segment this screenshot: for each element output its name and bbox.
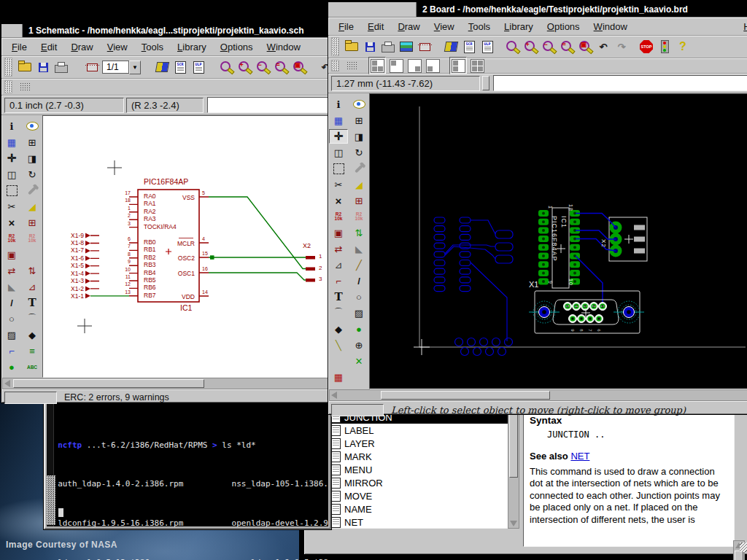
polygon-tool[interactable]: ◆ (23, 327, 42, 342)
toolbar-grip[interactable] (331, 60, 339, 71)
replace-tool[interactable]: ⇅ (349, 225, 368, 240)
sheet-selector[interactable]: 1/1 ▼ (102, 61, 141, 74)
wire-tool[interactable]: / (2, 295, 21, 310)
ulp-button[interactable]: ULP (479, 39, 495, 55)
add-tool[interactable]: ⊞ (23, 215, 42, 230)
smash-tool[interactable]: ▣ (329, 225, 348, 240)
terminal-text[interactable]: ncftp ...t-6.2/i386/RedHat/RPMS > ls *ld… (54, 399, 328, 526)
zoom-out-button[interactable]: − (255, 59, 271, 75)
help-button[interactable]: ? (675, 39, 691, 55)
attribute-tool[interactable]: ABC (23, 359, 42, 374)
board-button[interactable] (84, 59, 100, 75)
zoom-in-button[interactable]: + (522, 39, 538, 55)
mirror-tool[interactable]: ◫ (2, 167, 21, 182)
help-content-pane[interactable]: Syntax JUNCTION .. See also NET This com… (523, 408, 735, 547)
tree-item[interactable]: LABEL (312, 424, 508, 437)
layer-preset-1[interactable] (368, 57, 386, 74)
value-tool[interactable]: R210k (349, 209, 368, 224)
info-tool[interactable]: i (329, 97, 348, 112)
pinswap-tool[interactable]: ⇄ (2, 263, 21, 278)
scrollbar-thumb[interactable] (47, 475, 55, 525)
delete-tool[interactable]: × (2, 215, 21, 230)
tree-item[interactable]: NET (312, 516, 508, 529)
toolbar-grip[interactable] (331, 37, 339, 56)
show-tool[interactable] (349, 97, 368, 112)
open-button[interactable] (17, 59, 33, 75)
zoom-out-button[interactable]: − (541, 39, 557, 55)
tree-item[interactable]: LAYER (312, 437, 508, 450)
zoom-in-button[interactable]: + (236, 59, 252, 75)
open-button[interactable] (344, 39, 360, 55)
mark-tool[interactable]: ⊞ (349, 113, 368, 128)
stop-button[interactable]: STOP (638, 39, 654, 55)
print-button[interactable] (53, 59, 69, 75)
scroll-left-arrow[interactable] (4, 380, 10, 387)
toolbar-grip[interactable] (4, 58, 12, 77)
menu-item[interactable]: Options (220, 42, 253, 52)
scrollbar-thumb[interactable] (381, 391, 550, 400)
menu-item[interactable]: File (338, 21, 354, 32)
show-tool[interactable] (23, 119, 42, 133)
move-tool[interactable]: ✛ (329, 129, 348, 144)
grid-button[interactable] (17, 79, 33, 95)
save-button[interactable] (362, 39, 378, 55)
cam-button[interactable] (398, 39, 414, 55)
rect-tool[interactable]: ▨ (349, 306, 368, 320)
zoom-fit-button[interactable] (504, 39, 520, 55)
group-tool[interactable] (2, 183, 21, 198)
paste-tool[interactable]: ◢ (23, 199, 42, 214)
ulp-button[interactable]: ULP (190, 59, 206, 75)
hole-tool[interactable]: ⊕ (349, 338, 368, 352)
arc-tool[interactable]: ⌒ (329, 306, 348, 320)
tree-item[interactable]: MARK (312, 450, 508, 463)
copy-tool[interactable]: ◨ (23, 151, 42, 166)
mirror-tool[interactable]: ◫ (329, 145, 348, 160)
terminal-scrollbar[interactable] (47, 399, 54, 526)
route-tool[interactable]: ╱ (349, 257, 368, 272)
cut-tool[interactable]: ✂ (2, 199, 21, 214)
move-tool[interactable]: ✛ (2, 151, 21, 166)
print-button[interactable] (380, 39, 396, 55)
menu-item[interactable]: Tools (468, 21, 490, 32)
copy-tool[interactable]: ◨ (349, 129, 368, 144)
text-tool[interactable]: T (23, 295, 42, 310)
menu-item[interactable]: Library (504, 21, 533, 32)
tree-item[interactable]: NAME (312, 502, 508, 516)
signal-tool[interactable]: ╲ (329, 338, 348, 352)
script-button[interactable]: SCR (461, 39, 477, 55)
junction-tool[interactable]: ● (2, 359, 21, 374)
menu-item-help[interactable]: Help (743, 21, 747, 32)
miter-tool[interactable]: ◣ (349, 241, 368, 256)
text-tool[interactable]: T (329, 289, 348, 304)
scroll-left-arrow[interactable] (331, 392, 337, 399)
menu-item[interactable]: Window (594, 21, 627, 32)
zoom-select-button[interactable]: = (559, 39, 575, 55)
rect-tool[interactable]: ▨ (2, 327, 21, 342)
help-tree-pane[interactable]: JUNCTION LABEL LAYER MARK (311, 408, 508, 529)
rotate-tool[interactable]: ↻ (23, 167, 42, 182)
rotate-tool[interactable]: ↻ (349, 145, 368, 160)
scroll-down-arrow[interactable] (510, 521, 517, 526)
ratsnest-tool[interactable]: ✕ (349, 354, 368, 368)
menu-item[interactable]: View (107, 42, 128, 52)
menu-item[interactable]: View (434, 21, 454, 32)
menu-item[interactable]: Library (177, 42, 206, 52)
layer-preset-6[interactable] (469, 58, 485, 74)
add-tool[interactable]: ⊞ (349, 193, 368, 208)
menu-item[interactable]: Window (267, 42, 301, 52)
circle-tool[interactable]: ○ (2, 311, 21, 326)
menu-item[interactable]: Tools (142, 42, 163, 52)
tree-item[interactable]: MOVE (312, 489, 508, 502)
display-tool[interactable]: ▦ (2, 135, 21, 149)
change-tool[interactable] (349, 161, 368, 176)
menu-item[interactable]: Draw (71, 42, 93, 52)
grid-button[interactable] (344, 58, 360, 74)
terminal-window[interactable]: ncftp ...t-6.2/i386/RedHat/RPMS > ls *ld… (44, 396, 331, 529)
board-hscrollbar[interactable] (329, 389, 747, 401)
library-button[interactable] (154, 59, 170, 75)
script-button[interactable]: SCR (172, 59, 188, 75)
schematic-button[interactable] (417, 39, 433, 55)
menu-item[interactable]: File (12, 42, 27, 52)
delete-tool[interactable]: × (329, 193, 348, 208)
layer-preset-4[interactable] (425, 58, 441, 74)
